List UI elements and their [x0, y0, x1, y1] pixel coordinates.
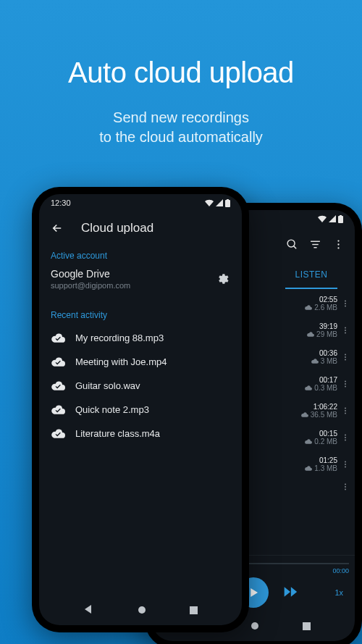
battery-icon [225, 199, 230, 207]
cloud-done-icon [51, 357, 65, 367]
svg-rect-36 [225, 200, 230, 207]
cloud-done-icon [51, 333, 65, 343]
header-title: Cloud upload [81, 221, 153, 235]
track-size: 0.3 MB [305, 384, 337, 392]
svg-point-16 [345, 354, 346, 355]
svg-point-15 [345, 332, 346, 333]
activity-label: My recording 88.mp3 [75, 333, 164, 343]
speed-label[interactable]: 1x [334, 588, 343, 597]
nav-recent-icon[interactable] [190, 604, 198, 617]
activity-label: Quick note 2.mp3 [75, 404, 149, 415]
more-icon[interactable] [327, 233, 349, 255]
active-account-label: Active account [39, 245, 242, 264]
svg-point-23 [345, 410, 346, 411]
cloud-done-icon [51, 429, 65, 438]
track-size: 1.3 MB [305, 464, 337, 472]
svg-point-26 [345, 437, 346, 438]
battery-icon [338, 215, 343, 223]
svg-rect-5 [312, 243, 319, 244]
svg-point-9 [337, 247, 339, 248]
svg-point-21 [345, 385, 346, 387]
svg-point-30 [345, 466, 346, 467]
wifi-icon [318, 215, 327, 222]
svg-point-10 [345, 300, 346, 301]
cloud-done-icon [51, 381, 65, 390]
nav-recent-icon[interactable] [303, 620, 311, 633]
forward-button[interactable] [283, 586, 298, 600]
svg-point-19 [345, 380, 346, 382]
svg-rect-0 [338, 216, 343, 223]
track-size: 29 MB [307, 330, 337, 338]
svg-point-28 [345, 461, 346, 462]
activity-row[interactable]: My recording 88.mp3 [39, 326, 242, 350]
track-size: 0.2 MB [305, 438, 337, 446]
header: Cloud upload [39, 212, 242, 245]
svg-point-20 [345, 383, 346, 385]
back-button[interactable] [46, 217, 68, 239]
svg-rect-6 [313, 247, 316, 248]
gear-icon[interactable] [211, 268, 233, 290]
svg-point-27 [345, 439, 346, 440]
svg-point-18 [345, 359, 346, 360]
svg-point-33 [345, 489, 346, 490]
status-time: 12:30 [51, 198, 71, 207]
svg-point-2 [287, 240, 295, 247]
svg-point-11 [345, 303, 346, 304]
activity-row[interactable]: Literature class.m4a [39, 422, 242, 446]
filter-icon[interactable] [304, 233, 326, 255]
svg-point-8 [337, 243, 339, 245]
account-row[interactable]: Google Drive support@digipom.com [39, 264, 242, 297]
account-name: Google Drive [51, 268, 130, 280]
activity-row[interactable]: Quick note 2.mp3 [39, 398, 242, 422]
svg-rect-4 [311, 241, 320, 241]
track-size: 36.5 MB [301, 411, 337, 419]
svg-rect-37 [227, 199, 229, 201]
more-icon[interactable] [339, 459, 352, 469]
phone-front: 12:30 Cloud upload Active account Google… [32, 187, 249, 632]
track-duration: 02:55 [305, 296, 337, 304]
svg-point-24 [345, 412, 346, 414]
nav-home-icon[interactable] [251, 620, 259, 633]
track-duration: 39:19 [307, 322, 337, 330]
activity-row[interactable]: Meeting with Joe.mp4 [39, 350, 242, 374]
more-icon[interactable] [339, 432, 352, 443]
nav-home-icon[interactable] [138, 604, 146, 617]
activity-row[interactable]: Guitar solo.wav [39, 374, 242, 398]
account-email: support@digipom.com [51, 281, 130, 290]
svg-point-29 [345, 464, 346, 465]
more-icon[interactable] [339, 482, 352, 492]
tab-listen[interactable]: LISTEN [268, 261, 355, 288]
svg-point-31 [345, 484, 346, 485]
activity-label: Meeting with Joe.mp4 [75, 356, 167, 367]
track-duration: 00:17 [305, 376, 337, 384]
svg-rect-1 [340, 215, 342, 217]
more-icon[interactable] [339, 379, 352, 389]
track-duration: 00:15 [305, 430, 337, 438]
more-icon[interactable] [339, 298, 352, 309]
track-size: 2.6 MB [305, 304, 337, 311]
track-duration: 01:25 [305, 456, 337, 464]
activity-label: Literature class.m4a [75, 428, 160, 439]
svg-point-22 [345, 407, 346, 409]
track-size: 3 MB [311, 357, 337, 365]
svg-point-38 [138, 606, 146, 614]
svg-point-34 [251, 622, 258, 630]
recent-activity-label: Recent activity [39, 304, 242, 323]
svg-point-17 [345, 356, 346, 358]
cloud-done-icon [51, 405, 65, 414]
wifi-icon [205, 199, 214, 206]
track-duration: 1:06:22 [301, 403, 337, 411]
more-icon[interactable] [339, 406, 352, 416]
signal-icon [329, 215, 336, 222]
track-duration: 00:36 [311, 349, 337, 357]
hero-title: Auto cloud upload [0, 0, 362, 89]
svg-point-14 [345, 330, 346, 331]
more-icon[interactable] [339, 325, 352, 335]
svg-rect-39 [190, 606, 198, 614]
more-icon[interactable] [339, 352, 352, 362]
nav-back-icon[interactable] [83, 604, 93, 617]
svg-point-12 [345, 305, 346, 306]
hero-subtitle: Send new recordings to the cloud automat… [0, 108, 362, 147]
search-icon[interactable] [281, 233, 303, 255]
svg-point-7 [337, 240, 339, 241]
